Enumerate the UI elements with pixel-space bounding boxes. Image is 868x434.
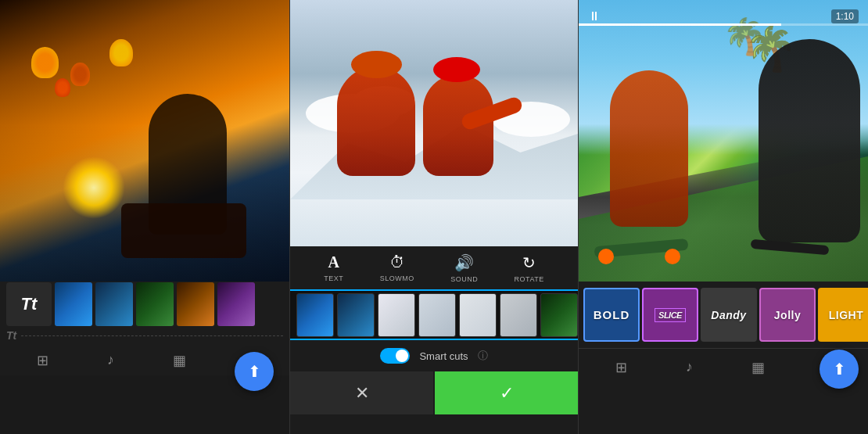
video-preview-2: [290, 0, 578, 246]
panel-filter-selector: 🌴 🌴 ⏸ 1:10 BOLD SLICE Dandy: [579, 0, 868, 434]
clip-thumb-1[interactable]: [296, 293, 334, 337]
timeline-thumb-5[interactable]: [217, 282, 255, 326]
smart-cuts-info-icon: ⓘ: [478, 349, 488, 363]
export-fab-3[interactable]: ⬆: [820, 350, 859, 389]
sound-tool[interactable]: 🔊 SOUND: [450, 253, 478, 283]
export-fab-1[interactable]: ⬆: [235, 352, 274, 391]
text-tool-icon: A: [328, 253, 339, 271]
action-bar: ✕ ✓: [290, 371, 578, 414]
slowmo-icon: ⏱: [389, 253, 405, 271]
sound-icon: 🔊: [454, 253, 474, 272]
video-preview-1: [0, 0, 289, 282]
clip-thumb-7[interactable]: [540, 293, 578, 337]
pause-icon: ⏸: [588, 9, 601, 23]
rotate-tool[interactable]: ↻ ROTATE: [515, 253, 544, 283]
smart-cuts-label: Smart cuts: [419, 350, 468, 362]
music-icon-3[interactable]: ♪: [686, 359, 693, 375]
time-display: 1:10: [831, 9, 859, 23]
confirm-button[interactable]: ✓: [435, 371, 578, 414]
add-clip-icon[interactable]: ⊞: [37, 352, 48, 369]
smart-cuts-row: Smart cuts ⓘ: [290, 340, 578, 371]
filter-slice-label: SLICE: [655, 308, 686, 322]
gallery-icon-3[interactable]: ▦: [751, 359, 765, 376]
export-icon-1: ⬆: [248, 362, 261, 381]
clip-thumb-3[interactable]: [378, 293, 415, 337]
text-icon: Tt: [21, 294, 38, 314]
cancel-button[interactable]: ✕: [290, 371, 433, 414]
filter-light[interactable]: LIGHT: [818, 288, 868, 342]
filter-jolly-label: Jolly: [774, 309, 801, 321]
cancel-icon: ✕: [355, 383, 369, 404]
filter-strip: BOLD SLICE Dandy Jolly LIGHT: [579, 282, 868, 348]
filter-bold[interactable]: BOLD: [583, 288, 640, 342]
export-icon-3: ⬆: [833, 360, 846, 378]
sub-text-icon: Tt: [6, 329, 16, 342]
play-pause-button[interactable]: ⏸: [588, 9, 601, 23]
timeline-strip-2: [290, 289, 578, 340]
slowmo-tool[interactable]: ⏱ SLOWMO: [380, 253, 414, 282]
filter-slice[interactable]: SLICE: [642, 288, 698, 342]
timeline-thumb-2[interactable]: [95, 282, 133, 326]
rotate-label: ROTATE: [515, 275, 544, 283]
progress-bar[interactable]: [579, 23, 868, 26]
filter-jolly[interactable]: Jolly: [759, 288, 816, 342]
gallery-icon[interactable]: ▦: [173, 352, 186, 369]
text-tool[interactable]: A TEXT: [324, 253, 343, 282]
toggle-knob: [396, 350, 408, 362]
filter-bold-label: BOLD: [594, 308, 630, 321]
panel-text-editor: Tt Tt ⊞ ♪ ▦ ≡ ⬆: [0, 0, 289, 434]
timeline-strip-1: Tt: [0, 282, 289, 326]
filter-light-label: LIGHT: [829, 309, 864, 321]
text-tool-box[interactable]: Tt: [6, 282, 52, 326]
clip-thumb-5[interactable]: [459, 293, 497, 337]
clip-thumb-2[interactable]: [337, 293, 375, 337]
video-preview-3: 🌴 🌴 ⏸ 1:10: [579, 0, 868, 282]
add-clip-icon-3[interactable]: ⊞: [615, 359, 627, 376]
timeline-thumb-3[interactable]: [136, 282, 174, 326]
slowmo-label: SLOWMO: [380, 274, 414, 282]
sub-text-row: Tt: [0, 326, 289, 345]
timeline-thumb-1[interactable]: [55, 282, 92, 326]
dots-divider: [21, 335, 283, 336]
filter-dandy-label: Dandy: [711, 309, 746, 321]
clip-thumb-4[interactable]: [418, 293, 456, 337]
filter-dandy[interactable]: Dandy: [701, 288, 757, 342]
sound-label: SOUND: [450, 275, 478, 283]
clip-thumb-6[interactable]: [500, 293, 537, 337]
timeline-thumb-4[interactable]: [177, 282, 214, 326]
panel-clip-editor: A TEXT ⏱ SLOWMO 🔊 SOUND ↻ ROTATE Smart c…: [289, 0, 579, 434]
progress-fill: [579, 23, 781, 26]
music-icon[interactable]: ♪: [107, 352, 114, 368]
text-tool-label: TEXT: [324, 274, 343, 282]
confirm-icon: ✓: [500, 383, 514, 404]
smart-cuts-toggle[interactable]: [380, 348, 410, 364]
edit-tools-row: A TEXT ⏱ SLOWMO 🔊 SOUND ↻ ROTATE: [290, 246, 578, 289]
rotate-icon: ↻: [522, 253, 536, 272]
